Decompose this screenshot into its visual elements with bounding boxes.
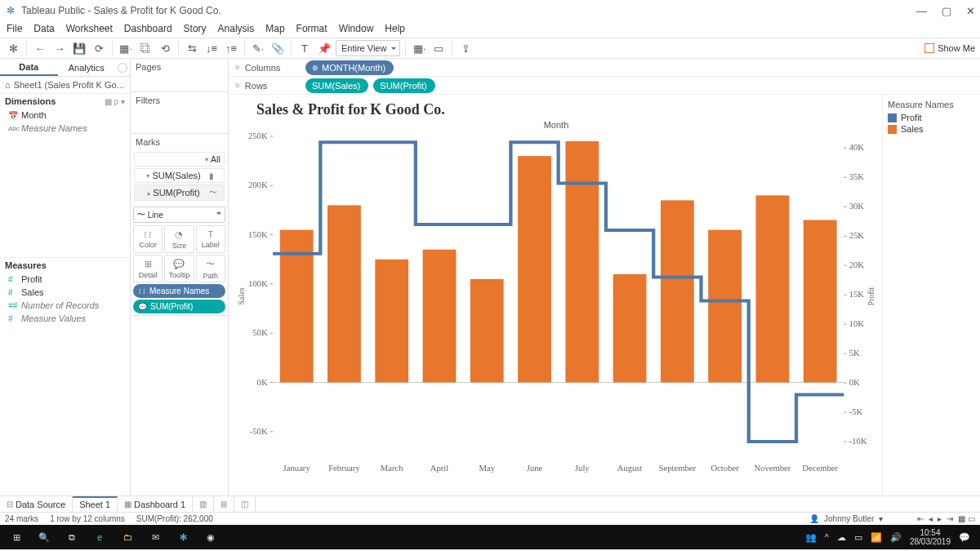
mail-icon[interactable]: ✉ <box>142 525 168 549</box>
minimize-button[interactable]: — <box>916 5 927 17</box>
group-button[interactable]: 📎 <box>270 40 286 56</box>
pin-button[interactable]: 📌 <box>316 40 332 56</box>
pages-shelf[interactable]: Pages <box>131 59 228 75</box>
field-sales[interactable]: #Sales <box>0 286 130 299</box>
redo-button[interactable]: → <box>51 40 68 56</box>
svg-text:Profit: Profit <box>866 287 875 306</box>
search-button[interactable]: 🔍 <box>31 525 57 549</box>
new-dashboard-tab[interactable]: ⊞ <box>214 496 234 512</box>
chart-title[interactable]: Sales & Profit for K Good Co. <box>234 100 879 120</box>
tab-dashboard1[interactable]: ▦Dashboard 1 <box>118 496 193 512</box>
pill-measure-names[interactable]: ⫶⫶Measure Names <box>133 284 225 298</box>
people-icon[interactable]: 👥 <box>805 532 817 543</box>
fit-dropdown[interactable]: Entire View <box>336 40 400 56</box>
pill-sum-profit-row[interactable]: SUM(Profit) <box>373 78 434 93</box>
edge-icon[interactable]: e <box>87 525 113 549</box>
columns-shelf[interactable]: ⊕MONTH(Month) <box>302 60 980 75</box>
menu-file[interactable]: File <box>7 23 22 34</box>
pill-month[interactable]: ⊕MONTH(Month) <box>305 60 394 75</box>
nav-next-icon[interactable]: ▸ <box>938 514 942 523</box>
nav-prev-icon[interactable]: ◂ <box>929 514 933 523</box>
pill-sum-profit[interactable]: 💬SUM(Profit) <box>133 300 225 313</box>
tray-up-icon[interactable]: ^ <box>825 532 829 542</box>
explorer-icon[interactable]: 🗀 <box>114 525 140 549</box>
nav-first-icon[interactable]: ⇤ <box>917 514 924 523</box>
present-button[interactable]: ▭ <box>430 40 447 56</box>
sort-desc-button[interactable]: ↑≡ <box>223 40 239 56</box>
path-button[interactable]: 〜Path <box>196 255 225 282</box>
menu-map[interactable]: Map <box>265 23 284 34</box>
field-measure-values[interactable]: #Measure Values <box>0 312 130 325</box>
tab-analytics[interactable]: Analytics <box>58 59 116 76</box>
close-button[interactable]: ✕ <box>966 5 975 17</box>
datasource-cycle-icon[interactable] <box>118 63 127 73</box>
notifications-icon[interactable]: 💬 <box>959 532 970 543</box>
field-profit[interactable]: #Profit <box>0 273 130 286</box>
datasource-name[interactable]: ⌂ Sheet1 (Sales Profit K Go... <box>0 77 130 93</box>
menu-analysis[interactable]: Analysis <box>218 23 255 34</box>
highlight-button[interactable]: ✎· <box>250 40 266 56</box>
new-datasource-button[interactable]: ⟳ <box>91 40 107 56</box>
label-button[interactable]: T <box>296 40 313 56</box>
legend-item-sales[interactable]: Sales <box>888 124 975 134</box>
tableau-icon[interactable]: ✻ <box>5 40 21 56</box>
pill-sum-sales[interactable]: SUM(Sales) <box>305 78 368 93</box>
onedrive-icon[interactable]: ☁ <box>837 532 846 543</box>
undo-button[interactable]: ← <box>32 40 48 56</box>
detail-button[interactable]: ⊞Detail <box>133 255 163 282</box>
taskbar-clock[interactable]: 10:5428/03/2019 <box>910 528 951 546</box>
size-button[interactable]: ◔Size <box>164 225 194 253</box>
menu-data[interactable]: Data <box>33 23 54 34</box>
filters-shelf[interactable]: Filters <box>131 92 228 109</box>
svg-text:-50K: -50K <box>250 427 268 436</box>
marks-sum-profit[interactable]: ▴ SUM(Profit)〜 <box>134 184 225 201</box>
taskview-button[interactable]: ⧉ <box>59 525 85 549</box>
tableau-task-icon[interactable]: ✻ <box>170 525 196 549</box>
field-measure-names[interactable]: AbcMeasure Names <box>0 122 130 135</box>
new-worksheet-button[interactable]: ▦· <box>118 40 134 56</box>
wifi-icon[interactable]: 📶 <box>871 532 882 543</box>
duplicate-button[interactable]: ⿻ <box>137 40 154 56</box>
field-month[interactable]: 📅Month <box>0 109 130 122</box>
marks-sum-sales[interactable]: ▾ SUM(Sales)▮ <box>134 168 225 183</box>
tooltip-button[interactable]: 💬Tooltip <box>164 255 194 282</box>
chrome-icon[interactable]: ◉ <box>198 525 224 549</box>
volume-icon[interactable]: 🔊 <box>890 532 902 543</box>
filmstrip-icon[interactable]: ▦ ▭ <box>958 514 975 523</box>
cards-button[interactable]: ▦· <box>411 40 427 56</box>
tab-data-source[interactable]: ⊟Data Source <box>0 496 73 512</box>
label-button[interactable]: TLabel <box>196 225 225 253</box>
new-worksheet-tab[interactable]: ▥ <box>193 496 214 512</box>
tab-data[interactable]: Data <box>0 59 58 76</box>
legend-item-profit[interactable]: Profit <box>888 113 975 122</box>
chart-canvas[interactable]: -50K0K50K100K150K200K250K-10K-5K0K5K10K1… <box>234 130 879 481</box>
menu-window[interactable]: Window <box>339 23 374 34</box>
nav-last-icon[interactable]: ⇥ <box>947 514 953 523</box>
menu-format[interactable]: Format <box>296 23 327 34</box>
battery-icon[interactable]: ▭ <box>854 532 862 543</box>
menu-story[interactable]: Story <box>184 23 207 34</box>
field-number-of-records[interactable]: =#Number of Records <box>0 299 130 312</box>
marks-all[interactable]: ▾ All <box>134 152 225 167</box>
swap-button[interactable]: ⇆ <box>184 40 200 56</box>
menu-dashboard[interactable]: Dashboard <box>124 23 172 34</box>
new-story-tab[interactable]: ◫ <box>234 496 256 512</box>
save-button[interactable]: 💾 <box>71 40 87 56</box>
start-button[interactable]: ⊞ <box>3 525 29 549</box>
status-user-dropdown[interactable]: ▾ <box>879 514 883 523</box>
rows-shelf[interactable]: SUM(Sales) SUM(Profit) <box>302 78 980 93</box>
legend-card[interactable]: Measure Names Profit Sales <box>882 95 980 495</box>
show-me-button[interactable]: Show Me <box>924 43 975 53</box>
menu-help[interactable]: Help <box>385 23 405 34</box>
color-button[interactable]: ⫶⫶Color <box>133 225 163 253</box>
maximize-button[interactable]: ▢ <box>942 5 951 17</box>
show-me-icon <box>924 43 934 53</box>
status-user[interactable]: Johnny Butler <box>824 514 874 523</box>
share-button[interactable]: ⇪ <box>457 40 474 56</box>
clear-button[interactable]: ⟲ <box>157 40 173 56</box>
tab-sheet1[interactable]: Sheet 1 <box>73 496 118 512</box>
sort-asc-button[interactable]: ↓≡ <box>203 40 220 56</box>
mark-type-dropdown[interactable]: 〜 Line <box>133 207 225 223</box>
svg-rect-39 <box>375 260 408 383</box>
menu-worksheet[interactable]: Worksheet <box>66 23 113 34</box>
